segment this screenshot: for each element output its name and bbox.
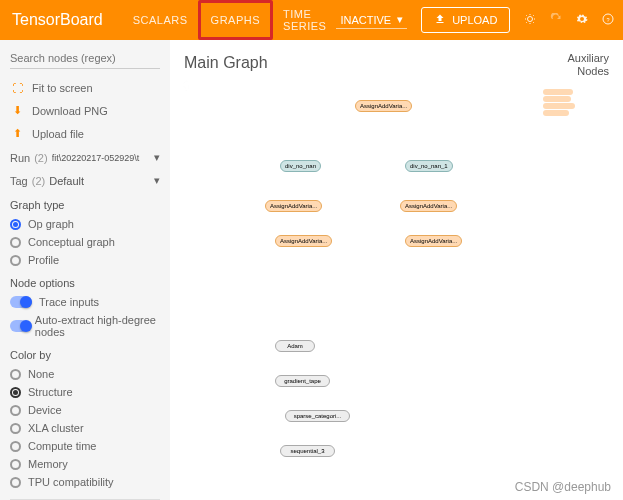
main-canvas[interactable]: Main Graph Auxiliary Nodes AssignAddVari… xyxy=(170,40,623,500)
radio-icon xyxy=(10,219,21,230)
upload-file-icon: ⬆ xyxy=(10,127,24,140)
color-by-heading: Color by xyxy=(10,349,160,361)
download-png-button[interactable]: ⬇ Download PNG xyxy=(10,99,160,122)
upload-label: UPLOAD xyxy=(452,14,497,26)
radio-icon xyxy=(10,441,21,452)
sidebar: ⛶ Fit to screen ⬇ Download PNG ⬆ Upload … xyxy=(0,40,170,500)
search-input[interactable] xyxy=(10,48,160,69)
radio-icon xyxy=(10,459,21,470)
upload-button[interactable]: UPLOAD xyxy=(421,7,510,33)
run-count: (2) xyxy=(34,152,47,164)
graph-node-gtape[interactable]: gradient_tape xyxy=(275,375,330,387)
header-tabs: SCALARS GRAPHS TIME SERIES xyxy=(123,0,337,40)
radio-icon xyxy=(10,255,21,266)
colorby-tpu[interactable]: TPU compatibility xyxy=(10,473,160,491)
graph-node-seq[interactable]: sequential_3 xyxy=(280,445,335,457)
graph-type-heading: Graph type xyxy=(10,199,160,211)
colorby-device[interactable]: Device xyxy=(10,401,160,419)
radio-icon xyxy=(10,405,21,416)
chevron-down-icon: ▾ xyxy=(154,151,160,164)
colorby-memory[interactable]: Memory xyxy=(10,455,160,473)
aux-node xyxy=(543,96,571,102)
graph-edges xyxy=(180,80,192,92)
graph-node-adam[interactable]: Adam xyxy=(275,340,315,352)
brightness-icon[interactable] xyxy=(524,13,536,27)
fit-icon: ⛶ xyxy=(10,82,24,94)
radio-icon xyxy=(10,423,21,434)
upload-file-button[interactable]: ⬆ Upload file xyxy=(10,122,160,145)
aux-node xyxy=(543,103,575,109)
graph-node[interactable]: AssignAddVaria... xyxy=(400,200,457,212)
run-selector[interactable]: Run (2) fit\20220217-052929\t ▾ xyxy=(10,147,160,168)
tag-count: (2) xyxy=(32,175,45,187)
tab-scalars[interactable]: SCALARS xyxy=(123,0,198,40)
inactive-label: INACTIVE xyxy=(340,14,391,26)
graph-node[interactable]: div_no_nan xyxy=(280,160,321,172)
refresh-icon[interactable] xyxy=(550,13,562,27)
radio-icon xyxy=(10,387,21,398)
colorby-xla[interactable]: XLA cluster xyxy=(10,419,160,437)
app-header: TensorBoard SCALARS GRAPHS TIME SERIES I… xyxy=(0,0,623,40)
gear-icon[interactable] xyxy=(576,13,588,27)
toggle-auto-extract[interactable]: Auto-extract high-degree nodes xyxy=(10,311,160,341)
upload-icon xyxy=(434,13,446,27)
radio-profile[interactable]: Profile xyxy=(10,251,160,269)
main-graph-title: Main Graph xyxy=(184,54,268,72)
tag-label: Tag xyxy=(10,175,28,187)
colorby-compute[interactable]: Compute time xyxy=(10,437,160,455)
graph-node[interactable]: AssignAddVaria... xyxy=(275,235,332,247)
graph-node[interactable]: AssignAddVaria... xyxy=(265,200,322,212)
radio-icon xyxy=(10,369,21,380)
run-label: Run xyxy=(10,152,30,164)
inactive-dropdown[interactable]: INACTIVE ▾ xyxy=(336,11,407,29)
fit-to-screen-button[interactable]: ⛶ Fit to screen xyxy=(10,77,160,99)
chevron-down-icon: ▾ xyxy=(154,174,160,187)
download-icon: ⬇ xyxy=(10,104,24,117)
radio-icon xyxy=(10,477,21,488)
fit-label: Fit to screen xyxy=(32,82,93,94)
graph-node[interactable]: AssignAddVaria... xyxy=(355,100,412,112)
tab-timeseries[interactable]: TIME SERIES xyxy=(273,0,336,40)
radio-icon xyxy=(10,237,21,248)
run-value: fit\20220217-052929\t xyxy=(52,153,150,163)
upload-file-label: Upload file xyxy=(32,128,84,140)
node-options-heading: Node options xyxy=(10,277,160,289)
graph-viewport[interactable]: AssignAddVaria... div_no_nan div_no_nan_… xyxy=(180,80,543,490)
tag-selector[interactable]: Tag (2) Default ▾ xyxy=(10,170,160,191)
colorby-structure[interactable]: Structure xyxy=(10,383,160,401)
radio-conceptual-graph[interactable]: Conceptual graph xyxy=(10,233,160,251)
svg-text:?: ? xyxy=(607,17,610,23)
toggle-icon xyxy=(10,296,32,308)
aux-graph xyxy=(543,88,613,128)
graph-node[interactable]: AssignAddVaria... xyxy=(405,235,462,247)
graph-node[interactable]: div_no_nan_1 xyxy=(405,160,453,172)
logo: TensorBoard xyxy=(12,11,103,29)
tag-value: Default xyxy=(49,175,84,187)
aux-node xyxy=(543,110,569,116)
help-icon[interactable]: ? xyxy=(602,13,614,27)
aux-node xyxy=(543,89,573,95)
toggle-trace-inputs[interactable]: Trace inputs xyxy=(10,293,160,311)
colorby-none[interactable]: None xyxy=(10,365,160,383)
download-label: Download PNG xyxy=(32,105,108,117)
aux-nodes-title: Auxiliary Nodes xyxy=(567,52,609,78)
chevron-down-icon: ▾ xyxy=(397,13,403,26)
tab-graphs[interactable]: GRAPHS xyxy=(198,0,273,40)
graph-node-sparse[interactable]: sparse_categori... xyxy=(285,410,350,422)
watermark: CSDN @deephub xyxy=(515,480,611,494)
radio-op-graph[interactable]: Op graph xyxy=(10,215,160,233)
toggle-icon xyxy=(10,320,28,332)
